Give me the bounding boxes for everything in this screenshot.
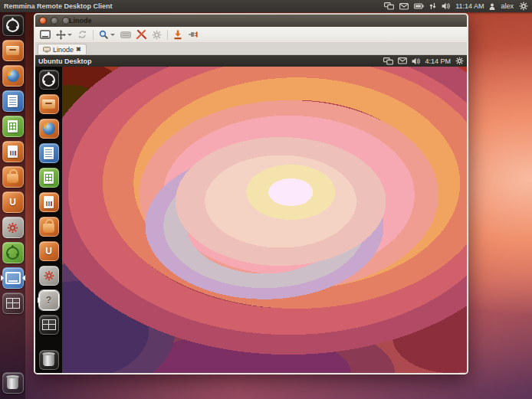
- scaled-mode-button[interactable]: [77, 30, 87, 39]
- pan-dropdown-caret[interactable]: [67, 34, 72, 36]
- system-settings-icon: [39, 266, 59, 286]
- launcher-item-libreoffice-calc[interactable]: [2, 115, 25, 138]
- window-titlebar[interactable]: Linode: [35, 15, 467, 27]
- libreoffice-impress-icon: [39, 192, 59, 212]
- remote-launcher-item-system-settings[interactable]: [38, 265, 60, 286]
- focused-indicator: [22, 275, 25, 281]
- remote-launcher-item-libreoffice-calc[interactable]: [38, 167, 60, 188]
- libreoffice-calc-icon: [39, 168, 59, 188]
- trash-icon: [39, 350, 59, 370]
- toolbar-separator: [167, 30, 168, 40]
- connection-tabbar: Linode ✖: [35, 43, 467, 55]
- keyboard-grab-button[interactable]: [120, 31, 131, 38]
- fullscreen-button[interactable]: [40, 30, 51, 39]
- unity-launcher: U: [0, 12, 25, 399]
- trash-icon: [2, 372, 24, 394]
- ubuntu-green-app-icon: [2, 242, 24, 263]
- disconnect-plug-button[interactable]: [188, 30, 198, 39]
- launcher-item-software-center[interactable]: [2, 165, 25, 188]
- tools-button[interactable]: [136, 30, 146, 40]
- remote-launcher-item-libreoffice-writer[interactable]: [38, 142, 60, 164]
- user-icon: [489, 3, 495, 10]
- tab-close-icon[interactable]: ✖: [76, 47, 81, 53]
- remote-viewport[interactable]: Ubuntu Desktop 4:14 PM U: [35, 55, 467, 373]
- libreoffice-writer-icon: [39, 143, 59, 163]
- remote-launcher-item-trash[interactable]: [38, 349, 60, 371]
- remote-launcher-item-software-center[interactable]: [38, 216, 60, 237]
- home-folder-icon: [2, 40, 24, 61]
- launcher-item-system-settings[interactable]: [2, 216, 25, 239]
- remote-indicator-area: 4:14 PM: [383, 57, 464, 65]
- launcher-item-libreoffice-impress[interactable]: [2, 140, 25, 163]
- window-close-button[interactable]: [39, 17, 47, 25]
- remote-launcher-item-libreoffice-impress[interactable]: [38, 191, 60, 213]
- connection-tab-linode[interactable]: Linode ✖: [38, 44, 87, 54]
- connection-tab-label: Linode: [53, 46, 74, 54]
- firefox-icon: [39, 119, 59, 139]
- connection-tab-icon: [43, 47, 51, 53]
- messages-envelope-icon[interactable]: [399, 3, 409, 10]
- remote-display-icon[interactable]: [384, 2, 394, 10]
- launcher-item-workspace-switcher[interactable]: [2, 292, 25, 315]
- remote-launcher-item-home-folder[interactable]: [38, 93, 60, 115]
- libreoffice-writer-icon: [2, 90, 24, 112]
- software-center-icon: [39, 217, 59, 237]
- top-panel: Remmina Remote Desktop Client 11:14 AM a…: [0, 0, 532, 12]
- ubuntu-one-icon: U: [39, 241, 59, 261]
- screen: Remmina Remote Desktop Client 11:14 AM a…: [0, 0, 532, 399]
- remote-top-panel: Ubuntu Desktop 4:14 PM: [35, 55, 467, 67]
- active-app-title: Remmina Remote Desktop Client: [4, 2, 113, 10]
- messages-envelope-icon[interactable]: [398, 57, 407, 64]
- volume-icon[interactable]: [442, 2, 450, 10]
- magnifier-button[interactable]: [99, 30, 115, 40]
- software-center-icon: [2, 166, 24, 188]
- remmina-window: Linode Linode ✖ Ubuntu Desktop: [34, 13, 468, 374]
- system-settings-icon: [2, 217, 24, 238]
- libreoffice-impress-icon: [2, 141, 24, 162]
- home-folder-icon: [39, 94, 59, 114]
- ubuntu-one-icon: U: [2, 191, 24, 213]
- volume-icon[interactable]: [412, 57, 420, 65]
- remote-launcher-item-firefox[interactable]: [38, 118, 60, 139]
- remote-display-icon[interactable]: [383, 57, 393, 65]
- running-indicator: [38, 297, 41, 303]
- window-minimize-button[interactable]: [51, 17, 58, 25]
- preferences-button[interactable]: [152, 30, 162, 40]
- pan-button[interactable]: [56, 30, 72, 40]
- remmina-icon: [2, 267, 24, 289]
- user-menu[interactable]: alex: [501, 2, 514, 10]
- remote-launcher-item-unknown-window[interactable]: ?: [38, 289, 60, 311]
- launcher-item-home-folder[interactable]: [2, 39, 25, 62]
- remmina-toolbar: [35, 27, 467, 43]
- launcher-item-libreoffice-writer[interactable]: [2, 90, 25, 113]
- unknown-window-icon: ?: [39, 290, 59, 310]
- remote-clock[interactable]: 4:14 PM: [425, 57, 451, 65]
- window-title: Linode: [69, 15, 92, 27]
- remote-active-app-title: Ubuntu Desktop: [38, 57, 92, 65]
- workspace-switcher-icon: [39, 315, 59, 335]
- running-indicator: [1, 275, 4, 281]
- launcher-item-firefox[interactable]: [2, 64, 25, 87]
- indicator-area: 11:14 AM alex: [384, 2, 528, 11]
- launcher-item-ubuntu-one[interactable]: U: [2, 191, 25, 214]
- firefox-icon: [2, 65, 24, 87]
- battery-icon[interactable]: [414, 3, 424, 9]
- launcher-item-remmina[interactable]: [2, 267, 25, 289]
- dash-home-icon: [39, 70, 59, 90]
- toolbar-separator: [93, 30, 94, 40]
- remote-launcher-item-dash-home[interactable]: [38, 69, 60, 90]
- launcher-item-dash-home[interactable]: [2, 14, 25, 37]
- remote-launcher-item-ubuntu-one[interactable]: U: [38, 240, 60, 262]
- session-gear-icon[interactable]: [455, 57, 464, 65]
- clock[interactable]: 11:14 AM: [455, 2, 484, 10]
- magnifier-dropdown-caret[interactable]: [110, 34, 115, 36]
- workspace-switcher-icon: [2, 293, 24, 314]
- launcher-item-ubuntu-green-app[interactable]: [2, 241, 25, 264]
- session-gear-icon[interactable]: [519, 2, 528, 11]
- minimize-connection-button[interactable]: [173, 30, 182, 40]
- remote-unity-launcher: U ?: [35, 67, 62, 373]
- launcher-item-trash[interactable]: [2, 371, 25, 394]
- dash-home-icon: [2, 15, 24, 36]
- remote-launcher-item-workspace-switcher[interactable]: [38, 314, 60, 335]
- network-updown-icon[interactable]: [429, 2, 436, 10]
